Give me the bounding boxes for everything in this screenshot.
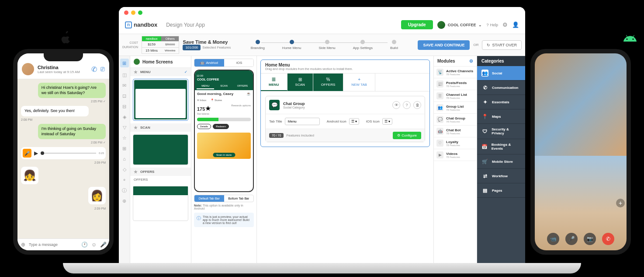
rail-icon[interactable]: ⚬	[121, 177, 128, 183]
config-tab-new[interactable]: +NEW TAB	[343, 74, 375, 91]
screen-thumbnail[interactable]	[133, 134, 188, 165]
savings-title: Save Time & Money	[183, 39, 231, 45]
gear-icon[interactable]: ⚙	[502, 21, 508, 28]
rail-icon[interactable]: ▽	[121, 124, 128, 130]
step-branding[interactable]: Branding	[251, 40, 265, 50]
tab-ios[interactable]: iOS	[224, 59, 254, 67]
avatar-icon: ☕	[246, 92, 251, 96]
filter-icon[interactable]: ⚙	[469, 59, 473, 63]
phone-icon[interactable]: ✆	[91, 65, 97, 74]
config-tab-offers[interactable]: %OFFERS	[313, 74, 343, 91]
mic-icon[interactable]: 🎤	[100, 242, 107, 248]
category-bookings[interactable]: 📅Bookings & Events	[477, 139, 525, 154]
flip-camera-icon[interactable]: 📷	[584, 233, 596, 245]
config-tab-scan[interactable]: ⊞SCAN	[287, 74, 313, 91]
category-workflow[interactable]: ⇄Workflow	[477, 169, 525, 183]
section-scan[interactable]: ★SCAN	[130, 123, 191, 132]
module-item[interactable]: 🤖Chat Bot78 Features	[434, 126, 477, 137]
module-item[interactable]: 📡Active Channels78 Features	[434, 67, 477, 78]
module-item[interactable]: ▶Videos78 Features	[434, 149, 477, 161]
start-over-button[interactable]: ↻START OVER	[482, 40, 522, 50]
chat-message: Yes, definitely. See you then!	[21, 106, 89, 116]
clock-icon[interactable]: 🕐	[81, 242, 88, 248]
breadcrumb: Design Your App	[166, 22, 205, 28]
tab-title-input[interactable]	[285, 118, 320, 125]
video-icon[interactable]: ⎚	[100, 65, 105, 74]
rail-icon[interactable]: ⓘ	[121, 187, 128, 193]
rail-icon[interactable]: ◈	[121, 114, 128, 120]
mute-icon[interactable]: 🎤	[565, 233, 578, 245]
module-item[interactable]: 👥Group List78 Features	[434, 102, 477, 114]
step-app-settings[interactable]: App Settings	[353, 40, 373, 50]
play-icon[interactable]: ▶	[34, 150, 38, 156]
emoji-icon[interactable]: ☺	[91, 242, 97, 248]
android-icon-select[interactable]: ☰ ▾	[349, 118, 359, 125]
step-build[interactable]: Build	[390, 40, 398, 50]
help-icon[interactable]: ?	[403, 101, 411, 109]
screen-thumbnail[interactable]	[133, 186, 188, 221]
configure-button[interactable]: ⚙Configure	[393, 132, 421, 139]
promo-image: Scan in store	[197, 133, 251, 159]
user-menu[interactable]: COOL COFFEE⌄	[437, 21, 482, 29]
close-icon[interactable]	[124, 11, 128, 15]
preview-tab[interactable]: MENU	[197, 83, 214, 89]
rail-icon[interactable]: ◫	[121, 72, 128, 78]
minimize-icon[interactable]	[131, 11, 135, 15]
redeem-button[interactable]: Redeem	[213, 124, 229, 129]
offers-icon: %	[326, 77, 330, 82]
attach-icon[interactable]: ⊕	[21, 242, 25, 248]
view-icon[interactable]: 👁	[392, 101, 400, 109]
brand-logo[interactable]: nnandbox	[125, 21, 157, 28]
category-communication[interactable]: ✆Communication	[477, 81, 525, 95]
category-maps[interactable]: 📍Maps	[477, 109, 525, 124]
details-button[interactable]: Details	[197, 124, 211, 129]
category-store[interactable]: 🛒Mobile Store	[477, 154, 525, 169]
default-tab-option[interactable]: Default Tab Bar	[194, 195, 224, 202]
profile-icon[interactable]: 👤	[512, 21, 519, 28]
end-call-button[interactable]: ✆	[602, 233, 614, 245]
rail-icon[interactable]: ◇	[121, 166, 128, 172]
shield-icon: 🛡	[481, 128, 488, 135]
section-offers[interactable]: ★OFFERS	[130, 168, 191, 176]
app-builder-window: nnandbox Design Your App Upgrade COOL CO…	[119, 7, 525, 265]
step-side-menu[interactable]: Side Menu	[319, 40, 335, 50]
tab-android[interactable]: 🤖Andriod	[194, 59, 224, 67]
rail-icon[interactable]: ⊞	[121, 145, 128, 151]
rail-icon[interactable]: ⊟	[121, 103, 128, 109]
chevron-down-icon: ⌄	[478, 23, 482, 27]
rail-icon[interactable]: ⊕	[121, 198, 128, 204]
help-link[interactable]: ?Help	[486, 23, 498, 27]
rail-icon[interactable]: ⊡	[121, 93, 128, 99]
camera-off-icon[interactable]: 📹	[547, 233, 559, 245]
module-item[interactable]: 📰Posts/Feeds78 Features	[434, 78, 477, 90]
delete-icon[interactable]: 🗑	[413, 101, 421, 109]
module-item[interactable]: ☰Channel List78 Features	[434, 90, 477, 102]
rail-icon[interactable]: ☆	[121, 135, 128, 141]
module-item[interactable]: ♡Loyalty78 Features	[434, 137, 477, 149]
ios-icon-select[interactable]: ☰ ▾	[382, 118, 392, 125]
preview-tab[interactable]: OFFERS	[234, 83, 251, 89]
maximize-icon[interactable]	[138, 11, 142, 15]
step-home-menu[interactable]: Home Menu	[282, 40, 301, 50]
rail-icon[interactable]: ✉	[121, 82, 128, 88]
voice-message[interactable]: 🎤 ▶ 0:25	[21, 147, 106, 159]
section-menu[interactable]: ★MENU✓	[130, 68, 191, 76]
bottom-tab-option[interactable]: Bottom Tab Bar	[224, 195, 254, 202]
scan-button[interactable]: Scan in store	[213, 153, 235, 157]
category-pages[interactable]: ▤Pages	[477, 183, 525, 198]
module-item[interactable]: 💬Chat Group78 Features	[434, 114, 477, 126]
upgrade-button[interactable]: Upgrade	[401, 20, 433, 29]
save-continue-button[interactable]: SAVE AND CONTINUE	[418, 40, 470, 50]
wizard-steps: Branding Home Menu Side Menu App Setting…	[234, 40, 414, 50]
preview-tab[interactable]: SCAN	[215, 83, 232, 89]
add-participant-button[interactable]: +	[616, 199, 625, 207]
rail-layout-icon[interactable]: ⊞	[120, 59, 129, 67]
message-input[interactable]	[29, 242, 78, 247]
config-tab-menu[interactable]: ☰MENU	[261, 74, 287, 91]
category-security[interactable]: 🛡Security & Privacy	[477, 124, 525, 139]
category-essentials[interactable]: ✦Essentials	[477, 95, 525, 109]
screen-thumbnail[interactable]	[133, 79, 188, 121]
star-icon: ★	[134, 169, 138, 174]
category-social[interactable]: 👥Social	[477, 66, 525, 81]
rail-icon[interactable]: ⌂	[121, 156, 128, 162]
